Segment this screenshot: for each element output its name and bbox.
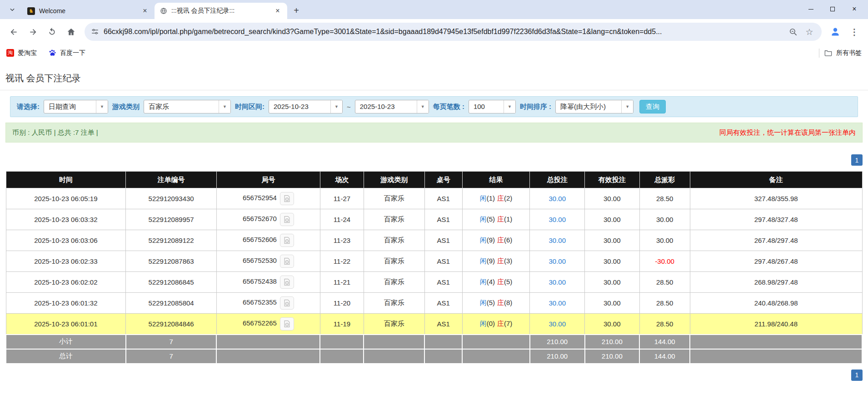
window-maximize-button[interactable] (822, 0, 843, 18)
cell-table-no: AS1 (424, 188, 462, 209)
total-bet-link[interactable]: 30.00 (549, 216, 566, 223)
video-replay-icon[interactable] (280, 234, 294, 247)
bookmark-label: 爱淘宝 (18, 49, 37, 57)
cell-time: 2025-10-23 06:03:06 (6, 230, 126, 251)
search-button[interactable]: 查询 (639, 100, 666, 113)
col-table-no: 桌号 (424, 172, 462, 188)
total-bet-link[interactable]: 30.00 (549, 299, 566, 307)
window-minimize-button[interactable] (800, 0, 822, 18)
result-banker: 庄 (497, 257, 504, 265)
round-id-text: 656752606 (243, 236, 277, 243)
game-type-dropdown[interactable]: 百家乐 ▼ (144, 100, 231, 113)
tab-close-icon[interactable]: × (141, 7, 149, 15)
cell-game: 百家乐 (364, 188, 424, 209)
bookmark-label: 百度一下 (60, 49, 85, 57)
time-range-label: 时间区间: (235, 103, 264, 111)
result-banker-count: (7) (504, 320, 512, 327)
taobao-icon: 淘 (6, 49, 14, 57)
total-valid-bet: 210.00 (585, 349, 640, 364)
video-replay-icon[interactable] (280, 213, 294, 226)
cell-valid-bet: 30.00 (585, 314, 640, 335)
tab-title: Welcome (39, 7, 137, 15)
result-player: 闲 (480, 278, 487, 286)
cell-payout: 28.50 (639, 293, 690, 314)
chevron-down-icon[interactable]: ▼ (417, 100, 429, 113)
cell-remark: 297.48/327.48 (690, 209, 862, 230)
video-replay-icon[interactable] (280, 317, 294, 330)
result-banker: 庄 (497, 236, 504, 244)
col-bet-id: 注单编号 (126, 172, 217, 188)
result-player: 闲 (480, 194, 487, 202)
cell-payout: 28.50 (639, 188, 690, 209)
tab-search-icon[interactable] (5, 3, 19, 16)
home-icon[interactable] (62, 23, 80, 41)
cell-table-no: AS1 (424, 209, 462, 230)
result-player-count: (9) (487, 236, 495, 244)
chevron-down-icon[interactable]: ▼ (504, 100, 515, 113)
cell-result: 闲(5)庄(8) (462, 293, 530, 314)
site-info-icon[interactable] (91, 28, 99, 36)
reload-icon[interactable] (43, 23, 61, 41)
result-banker-count: (3) (504, 257, 512, 265)
back-icon[interactable] (5, 23, 23, 41)
chevron-down-icon[interactable]: ▼ (621, 100, 633, 113)
chevron-down-icon[interactable]: ▼ (330, 100, 342, 113)
tab-welcome[interactable]: ♞ Welcome × (22, 3, 155, 19)
browser-menu-icon[interactable]: ⋮ (845, 23, 863, 41)
total-bet-link[interactable]: 30.00 (549, 195, 566, 202)
video-replay-icon[interactable] (280, 255, 294, 268)
page-1-button[interactable]: 1 (851, 370, 863, 381)
tab-betrecord[interactable]: :::视讯 会员下注纪录::: × (155, 3, 287, 19)
query-type-dropdown[interactable]: 日期查询 ▼ (44, 100, 108, 113)
total-bet-link[interactable]: 30.00 (549, 236, 566, 244)
note-text: 同局有效投注，统一计算在该局第一张注单内 (719, 128, 856, 137)
zoom-indicator-icon[interactable] (787, 26, 799, 38)
cell-total-bet: 30.00 (530, 293, 585, 314)
cell-bet-id: 522912087863 (126, 251, 217, 272)
bookmarks-divider (819, 49, 819, 58)
forward-icon[interactable] (24, 23, 42, 41)
tab-close-icon[interactable]: × (274, 7, 282, 15)
cell-result: 闲(1)庄(2) (462, 188, 530, 209)
baidu-paw-icon (49, 49, 56, 57)
profile-avatar-icon[interactable] (826, 23, 844, 41)
all-bookmarks-button[interactable]: 所有书签 (824, 49, 862, 57)
date-to-dropdown[interactable]: 2025-10-23 ▼ (355, 100, 429, 113)
result-banker-count: (5) (504, 278, 512, 286)
date-from-dropdown[interactable]: 2025-10-23 ▼ (269, 100, 343, 113)
cell-remark: 297.48/267.48 (690, 251, 862, 272)
cell-total-bet: 30.00 (530, 209, 585, 230)
result-player-count: (0) (487, 320, 495, 327)
round-id-text: 656752438 (243, 277, 277, 285)
video-replay-icon[interactable] (280, 192, 294, 205)
sort-dropdown[interactable]: 降幂(由大到小) ▼ (555, 100, 634, 113)
cell-table-no: AS1 (424, 314, 462, 335)
new-tab-button[interactable]: + (290, 4, 303, 17)
video-replay-icon[interactable] (280, 276, 294, 289)
chevron-down-icon[interactable]: ▼ (219, 100, 230, 113)
chevron-down-icon[interactable]: ▼ (96, 100, 108, 113)
video-replay-icon[interactable] (280, 296, 294, 310)
cell-game: 百家乐 (364, 272, 424, 293)
bookmark-star-icon[interactable]: ☆ (803, 26, 815, 38)
total-label: 总计 (6, 349, 126, 364)
table-row: 2025-10-23 06:03:06 522912089122 6567526… (6, 230, 862, 251)
bookmark-baidu[interactable]: 百度一下 (49, 49, 85, 57)
cell-time: 2025-10-23 06:01:32 (6, 293, 126, 314)
address-bar[interactable]: 66cxkj98.com/ipl/portal.php/game/betreco… (85, 23, 822, 41)
page-size-dropdown[interactable]: 100 ▼ (469, 100, 516, 113)
total-bet-link[interactable]: 30.00 (549, 257, 566, 265)
cell-time: 2025-10-23 06:02:02 (6, 272, 126, 293)
bookmark-taobao[interactable]: 淘 爱淘宝 (6, 49, 37, 57)
url-text[interactable]: 66cxkj98.com/ipl/portal.php/game/betreco… (104, 28, 783, 36)
page-title: 视讯 会员下注纪录 (5, 72, 868, 84)
result-player-count: (5) (487, 215, 495, 223)
cell-round-id: 656752954 (216, 188, 320, 209)
total-bet-link[interactable]: 30.00 (549, 320, 566, 328)
window-close-button[interactable]: × (843, 0, 865, 18)
table-row: 2025-10-23 06:01:01 522912084846 6567522… (6, 314, 862, 335)
total-bet-link[interactable]: 30.00 (549, 278, 566, 286)
table-row: 2025-10-23 06:02:33 522912087863 6567525… (6, 251, 862, 272)
table-row: 2025-10-23 06:02:02 522912086845 6567524… (6, 272, 862, 293)
page-1-button[interactable]: 1 (851, 154, 863, 166)
